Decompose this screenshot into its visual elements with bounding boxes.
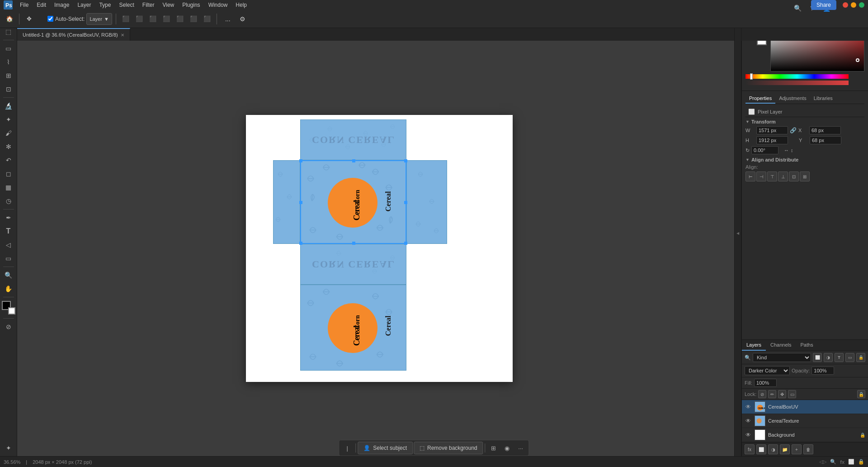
libraries-tab[interactable]: Libraries: [810, 94, 836, 104]
quick-mask-button[interactable]: ⊘: [2, 320, 15, 333]
rectangular-marquee-tool[interactable]: ▭: [2, 42, 15, 55]
lock-position-button[interactable]: ✥: [778, 390, 786, 398]
spot-healing-tool[interactable]: ✦: [2, 113, 15, 126]
align-bottom-icon[interactable]: ⬛: [188, 13, 199, 25]
lock-status-icon[interactable]: 🔒: [858, 459, 864, 465]
gradient-tool[interactable]: ▦: [2, 181, 15, 194]
text-tool[interactable]: T: [2, 225, 15, 238]
menu-plugins[interactable]: Plugins: [179, 1, 203, 9]
menu-select[interactable]: Select: [115, 1, 137, 9]
lock-image-pixels-button[interactable]: ✏: [768, 390, 776, 398]
lasso-tool[interactable]: ⌇: [2, 56, 15, 68]
brush-tool[interactable]: 🖌: [2, 127, 15, 139]
close-window-button[interactable]: [843, 2, 848, 8]
menu-edit[interactable]: Edit: [33, 1, 50, 9]
transform-collapse-icon[interactable]: ▼: [745, 119, 750, 124]
align-right-button[interactable]: ⊤: [767, 172, 777, 181]
align-bottom-button[interactable]: ⊞: [800, 172, 810, 181]
refine-edge-icon[interactable]: ⊞: [487, 442, 500, 454]
layer-visibility-background[interactable]: 👁: [745, 431, 752, 438]
align-right-icon[interactable]: ⬛: [147, 13, 159, 25]
width-input[interactable]: [756, 126, 788, 134]
height-input[interactable]: [756, 136, 788, 144]
filter-type-icon[interactable]: T: [835, 353, 844, 362]
align-top-icon[interactable]: ⬛: [160, 13, 172, 25]
document-tab[interactable]: Untitled-1 @ 36.6% (CerealBoxUV, RGB/8) …: [17, 28, 130, 41]
auto-select-checkbox[interactable]: [47, 16, 53, 22]
lock-all-button[interactable]: 🔒: [857, 390, 865, 398]
blend-mode-select[interactable]: Darker Color: [745, 366, 790, 375]
align-top-button[interactable]: ⊥: [778, 172, 788, 181]
right-panel-collapse-handle[interactable]: ◀: [734, 10, 741, 456]
background-color-swatch[interactable]: [8, 307, 15, 315]
path-selection-tool[interactable]: ◁: [2, 238, 15, 251]
remove-background-button[interactable]: ⬚ Remove background: [414, 442, 483, 454]
align-center-v-icon[interactable]: ⬛: [174, 13, 186, 25]
shape-tool[interactable]: ▭: [2, 252, 15, 265]
layer-visibility-cerealtexture[interactable]: 👁: [745, 417, 752, 424]
filter-pixel-icon[interactable]: ⬜: [813, 353, 822, 362]
properties-icon[interactable]: ◉: [501, 442, 514, 454]
eraser-tool[interactable]: ◻: [2, 167, 15, 180]
maximize-window-button[interactable]: [859, 2, 864, 8]
menu-view[interactable]: View: [159, 1, 178, 9]
search-icon[interactable]: 🔍: [792, 3, 803, 14]
align-middle-v-button[interactable]: ⊡: [789, 172, 799, 181]
mask-icon[interactable]: ⬜: [848, 459, 854, 465]
move-tool-options[interactable]: ✥: [23, 13, 35, 25]
layer-filters-button[interactable]: fx: [745, 444, 755, 454]
menu-help[interactable]: Help: [232, 1, 250, 9]
filter-kind-select[interactable]: Kind: [753, 353, 811, 362]
delete-layer-button[interactable]: 🗑: [803, 444, 813, 454]
hand-tool[interactable]: ✋: [2, 282, 15, 295]
align-left-icon[interactable]: ⬛: [120, 13, 132, 25]
fx-icon[interactable]: fx: [840, 459, 844, 465]
new-fill-adjustment-button[interactable]: ◑: [768, 444, 778, 454]
align-center-h-button[interactable]: ⊣: [756, 172, 766, 181]
layers-tab[interactable]: Layers: [742, 340, 766, 351]
distribute-icon[interactable]: ⬛: [201, 13, 213, 25]
dodge-tool[interactable]: ◷: [2, 195, 15, 207]
layer-item-background[interactable]: 👁 Background 🔒: [742, 428, 868, 442]
object-selection-tool[interactable]: ⊞: [2, 69, 15, 82]
layer-item-cerealboxuv[interactable]: 👁 CEREAL CerealBoxUV: [742, 400, 868, 414]
align-left-button[interactable]: ⊢: [745, 172, 755, 181]
more-actions-icon[interactable]: ···: [514, 442, 527, 454]
align-collapse-icon[interactable]: ▼: [745, 157, 750, 162]
menu-file[interactable]: File: [16, 1, 32, 9]
zoom-tool[interactable]: 🔍: [2, 269, 15, 281]
link-wh-icon[interactable]: 🔗: [790, 127, 797, 133]
select-subject-button[interactable]: 👤 Select subject: [358, 442, 413, 454]
flip-h-icon[interactable]: ↔: [784, 148, 789, 153]
more-options-icon[interactable]: ...: [221, 13, 235, 25]
lock-transparent-pixels-button[interactable]: ⊘: [758, 390, 766, 398]
new-group-button[interactable]: 📁: [780, 444, 790, 454]
menu-image[interactable]: Image: [51, 1, 73, 9]
new-layer-button[interactable]: +: [792, 444, 802, 454]
fill-input[interactable]: [754, 379, 777, 387]
filter-shape-icon[interactable]: ▭: [845, 353, 854, 362]
clone-stamp-tool[interactable]: ✻: [2, 140, 15, 153]
flip-v-icon[interactable]: ↕: [791, 148, 793, 153]
canvas-area[interactable]: Corn Cereal: [17, 41, 741, 456]
align-center-h-icon[interactable]: ⬛: [133, 13, 145, 25]
menu-type[interactable]: Type: [95, 1, 114, 9]
layer-visibility-cerealboxuv[interactable]: 👁: [745, 403, 752, 410]
menu-layer[interactable]: Layer: [74, 1, 94, 9]
minimize-window-button[interactable]: [851, 2, 856, 8]
pen-tool[interactable]: ✒: [2, 211, 15, 224]
filter-adjust-icon[interactable]: ◑: [824, 353, 833, 362]
bottom-toolbar-pin-icon[interactable]: |: [341, 442, 354, 454]
opacity-input[interactable]: [811, 367, 834, 375]
tab-close-icon[interactable]: ✕: [121, 33, 124, 38]
filter-smartobj-icon[interactable]: 🔒: [856, 353, 865, 362]
eyedropper-tool[interactable]: 🔬: [2, 100, 15, 112]
settings-icon[interactable]: ⚙: [237, 13, 249, 25]
x-input[interactable]: [809, 126, 841, 134]
layer-item-cerealtexture[interactable]: 👁 CerealTexture: [742, 414, 868, 428]
layer-mask-button[interactable]: ⬜: [756, 444, 766, 454]
rotation-input[interactable]: [751, 146, 778, 154]
extra-tools-button[interactable]: ✦: [2, 442, 15, 454]
foreground-background-colors[interactable]: [0, 299, 17, 316]
adjustments-tab[interactable]: Adjustments: [775, 94, 810, 104]
